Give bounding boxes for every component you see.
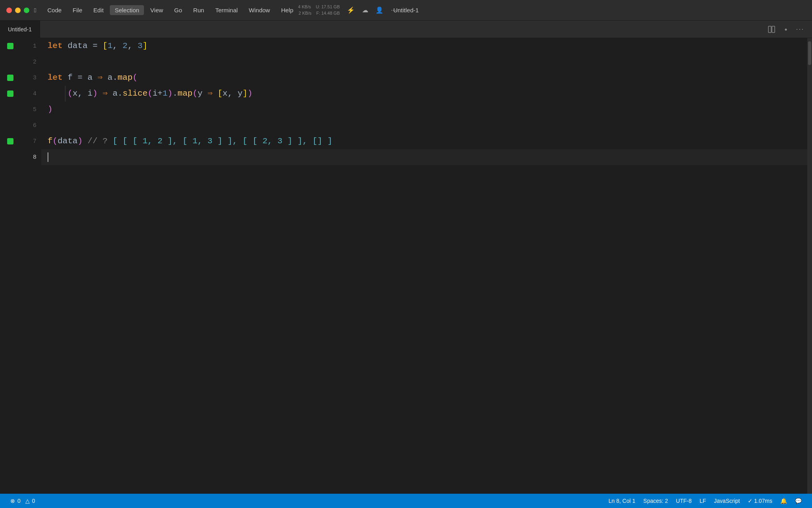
breakpoint-3[interactable] xyxy=(7,75,13,81)
code-area[interactable]: let data = [ 1 , 2 , 3 ] let f = a ⇒ a. … xyxy=(41,38,807,494)
menu-go[interactable]: Go xyxy=(169,5,187,15)
close-button[interactable] xyxy=(6,8,12,13)
menu-code[interactable]: Code xyxy=(42,5,66,15)
gutter-row-8 xyxy=(0,149,21,165)
error-icon: ⊗ xyxy=(10,498,15,504)
traffic-lights xyxy=(0,8,29,13)
notifications-icon[interactable]: 🔔 xyxy=(776,494,791,508)
code-line-8 xyxy=(41,149,807,165)
menu-selection[interactable]: Selection xyxy=(110,5,144,15)
titlebar-icons: ⚡ ☁ 👤 ··· xyxy=(346,6,398,15)
line-numbers: 1 2 3 4 5 6 7 8 xyxy=(21,38,41,494)
menu-file[interactable]: File xyxy=(68,5,87,15)
feedback-icon[interactable]: 💬 xyxy=(791,494,806,508)
errors-status[interactable]: ⊗ 0 △ 0 xyxy=(6,494,39,508)
language-mode[interactable]: JavaScript xyxy=(710,494,744,508)
maximize-button[interactable] xyxy=(24,8,29,13)
warning-icon: △ xyxy=(25,498,30,504)
indentation[interactable]: Spaces: 2 xyxy=(640,494,672,508)
breakpoint-7[interactable] xyxy=(7,138,13,144)
apple-menu[interactable]:  xyxy=(29,5,41,15)
line-num-5: 5 xyxy=(21,102,41,117)
scrollbar-thumb[interactable] xyxy=(808,41,811,65)
svg-rect-0 xyxy=(768,26,771,33)
menu-help[interactable]: Help xyxy=(276,5,298,15)
line-num-7: 7 xyxy=(21,133,41,149)
code-line-4: ( x, i ) ⇒ a. slice ( i+ 1 ) . map ( y ⇒… xyxy=(41,86,807,102)
gutter-row-4[interactable] xyxy=(0,86,21,102)
split-editor-button[interactable] xyxy=(766,24,777,35)
line-num-4: 4 xyxy=(21,86,41,102)
kw-let-1: let xyxy=(48,38,63,54)
line-ending[interactable]: LF xyxy=(695,494,710,508)
text-cursor xyxy=(48,152,48,162)
battery-icon[interactable]: ⚡ xyxy=(346,6,356,15)
gutter-row-3[interactable] xyxy=(0,70,21,86)
gutter-row-7[interactable] xyxy=(0,133,21,149)
dot-button[interactable]: ● xyxy=(780,24,791,35)
network-icon[interactable]: ☁ xyxy=(360,6,370,15)
gutter-row-5 xyxy=(0,102,21,117)
breakpoint-1[interactable] xyxy=(7,43,13,49)
line-num-8: 8 xyxy=(21,149,41,165)
code-lines: let data = [ 1 , 2 , 3 ] let f = a ⇒ a. … xyxy=(41,38,807,165)
menu-window[interactable]: Window xyxy=(244,5,275,15)
status-right: Ln 8, Col 1 Spaces: 2 UTF-8 LF JavaScrip… xyxy=(605,494,806,508)
minimize-button[interactable] xyxy=(15,8,21,13)
gutter-row-2 xyxy=(0,54,21,70)
menu-run[interactable]: Run xyxy=(188,5,209,15)
line-num-1: 1 xyxy=(21,38,41,54)
line-num-2: 2 xyxy=(21,54,41,70)
scrollbar[interactable] xyxy=(807,38,812,494)
code-line-2 xyxy=(41,54,807,70)
code-line-6 xyxy=(41,117,807,133)
menu-edit[interactable]: Edit xyxy=(89,5,109,15)
status-left: ⊗ 0 △ 0 xyxy=(6,494,39,508)
user-icon[interactable]: 👤 xyxy=(375,6,384,15)
gutter-row-1[interactable] xyxy=(0,38,21,54)
gutter-row-6 xyxy=(0,117,21,133)
warning-count: 0 xyxy=(32,498,35,504)
breakpoint-gutter xyxy=(0,38,21,494)
code-line-5: ) xyxy=(41,102,807,117)
status-bar: ⊗ 0 △ 0 Ln 8, Col 1 Spaces: 2 UTF-8 LF J… xyxy=(0,494,812,508)
error-count: 0 xyxy=(17,498,21,504)
menu-view[interactable]: View xyxy=(146,5,168,15)
window-title: Untitled-1 xyxy=(393,7,419,13)
editor-tab[interactable]: Untitled-1 xyxy=(0,21,40,38)
editor-container: 1 2 3 4 5 6 7 8 let data = [ 1 , 2 , 3 ] xyxy=(0,38,812,494)
svg-rect-1 xyxy=(772,26,775,33)
timing[interactable]: ✓ 1.07ms xyxy=(744,494,776,508)
tab-label: Untitled-1 xyxy=(8,26,32,33)
menu-terminal[interactable]: Terminal xyxy=(211,5,243,15)
code-line-3: let f = a ⇒ a. map ( xyxy=(41,70,807,86)
breakpoint-4[interactable] xyxy=(7,90,13,97)
tab-actions: ● ··· xyxy=(766,24,812,35)
encoding[interactable]: UTF-8 xyxy=(672,494,696,508)
line-num-3: 3 xyxy=(21,70,41,86)
code-line-7: f ( data ) // ? [ [ [ 1, 2 ], [ 1, 3 ] ]… xyxy=(41,133,807,149)
titlebar:  Code File Edit Selection View Go Run T… xyxy=(0,0,812,21)
cursor-position[interactable]: Ln 8, Col 1 xyxy=(605,494,640,508)
system-info: 4 KB/s U: 17.51 GB 2 KB/s F: 14.48 GB xyxy=(298,4,340,16)
code-line-1: let data = [ 1 , 2 , 3 ] xyxy=(41,38,807,54)
menu-bar:  Code File Edit Selection View Go Run T… xyxy=(29,5,298,15)
titlebar-right: 4 KB/s U: 17.51 GB 2 KB/s F: 14.48 GB ⚡ … xyxy=(298,4,405,16)
tab-bar: Untitled-1 ● ··· xyxy=(0,21,812,38)
line-num-6: 6 xyxy=(21,117,41,133)
overflow-menu-button[interactable]: ··· xyxy=(795,24,806,35)
